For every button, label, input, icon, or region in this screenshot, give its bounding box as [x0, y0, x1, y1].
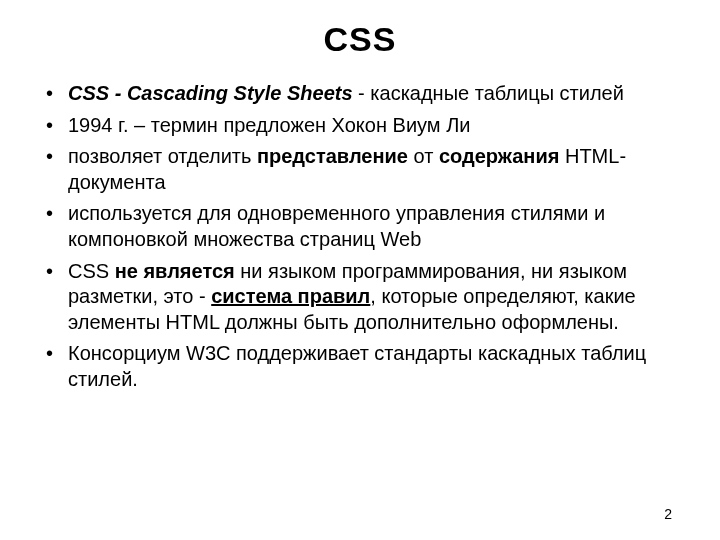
text: позволяет отделить	[68, 145, 257, 167]
text-bold: не является	[115, 260, 235, 282]
list-item: позволяет отделить представление от соде…	[40, 144, 680, 195]
list-item: используется для одновременного управлен…	[40, 201, 680, 252]
bullet-list: CSS - Cascading Style Sheets - каскадные…	[40, 81, 680, 393]
text: от	[408, 145, 439, 167]
text-bold: представление	[257, 145, 408, 167]
page-number: 2	[664, 506, 672, 522]
text-bold: содержания	[439, 145, 559, 167]
text: 1994 г. – термин предложен Хокон Виум Ли	[68, 114, 470, 136]
list-item: CSS не является ни языком программирован…	[40, 259, 680, 336]
slide-title: CSS	[40, 20, 680, 59]
list-item: Консорциум W3C поддерживает стандарты ка…	[40, 341, 680, 392]
text: Консорциум W3C поддерживает стандарты ка…	[68, 342, 646, 390]
text: - каскадные таблицы стилей	[353, 82, 624, 104]
list-item: 1994 г. – термин предложен Хокон Виум Ли	[40, 113, 680, 139]
list-item: CSS - Cascading Style Sheets - каскадные…	[40, 81, 680, 107]
text-bold-italic: CSS - Cascading Style Sheets	[68, 82, 353, 104]
text: CSS	[68, 260, 115, 282]
text: используется для одновременного управлен…	[68, 202, 605, 250]
text-bold-underline: система правил	[211, 285, 370, 307]
